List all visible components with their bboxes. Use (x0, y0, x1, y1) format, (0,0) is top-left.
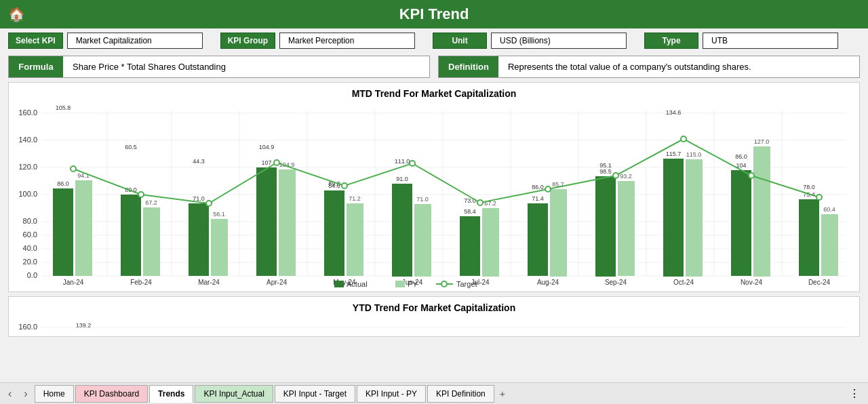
type-label: Type (644, 33, 698, 49)
svg-text:86.0: 86.0 (57, 180, 69, 187)
bar-mar-actual (189, 203, 209, 276)
tab-more-button[interactable]: ⋮ (844, 384, 865, 403)
svg-text:Oct-24: Oct-24 (673, 279, 694, 286)
unit-label: Unit (433, 33, 487, 49)
bar-jun-actual (392, 184, 412, 277)
type-section: Type UTB (644, 33, 838, 49)
svg-text:115.7: 115.7 (666, 150, 682, 157)
bar-nov-py (753, 146, 770, 277)
kpi-group-value[interactable]: Market Perception (279, 33, 415, 49)
tab-add-button[interactable]: + (496, 386, 509, 402)
svg-point-78 (138, 192, 144, 197)
bar-jan-actual (53, 188, 73, 276)
svg-text:Sep-24: Sep-24 (605, 279, 627, 286)
bar-jan-py (75, 180, 92, 276)
svg-text:95.1: 95.1 (599, 162, 612, 169)
bar-feb-actual (121, 195, 141, 276)
tab-kpi-input-target[interactable]: KPI Input - Target (275, 385, 355, 403)
ytd-chart-container: YTD Trend For Market Capitalization 160.… (8, 296, 860, 337)
svg-text:160.0: 160.0 (18, 323, 37, 331)
bar-jul-py (482, 208, 499, 277)
svg-text:Nov-24: Nov-24 (741, 279, 763, 286)
target-line (73, 139, 819, 203)
bar-may-actual (324, 190, 344, 276)
target-dots (71, 136, 822, 206)
bar-feb-py (143, 207, 160, 276)
svg-text:86.0: 86.0 (532, 184, 544, 190)
legend-py-icon (395, 281, 405, 287)
tab-kpi-input-actual[interactable]: KPI Input_Actual (195, 385, 273, 403)
svg-text:Jan-24: Jan-24 (63, 279, 84, 286)
svg-text:98.5: 98.5 (599, 168, 612, 175)
mtd-chart-svg: 160.0 140.0 120.0 100.0 80.0 40.0 20.0 0… (16, 103, 850, 289)
svg-text:104.9: 104.9 (259, 144, 275, 150)
mtd-chart-container: MTD Trend For Market Capitalization 160.… (8, 82, 860, 292)
svg-text:58.4: 58.4 (464, 208, 476, 215)
svg-text:Apr-24: Apr-24 (267, 279, 287, 286)
bar-apr-py (279, 169, 296, 276)
svg-text:127.0: 127.0 (754, 138, 770, 145)
legend-actual-label: Actual (347, 280, 368, 288)
bar-dec-py (821, 214, 838, 276)
bar-sep-py (618, 181, 635, 276)
tab-kpi-input-py[interactable]: KPI Input - PY (357, 385, 426, 403)
svg-text:71.2: 71.2 (349, 195, 361, 202)
home-icon[interactable]: 🏠 (8, 6, 25, 22)
svg-text:134.6: 134.6 (666, 109, 682, 116)
bar-nov-actual (731, 170, 751, 276)
bar-jul-actual (460, 216, 480, 276)
svg-text:91.0: 91.0 (396, 176, 408, 182)
tab-kpi-dashboard[interactable]: KPI Dashboard (75, 385, 148, 403)
svg-text:Aug-24: Aug-24 (537, 279, 559, 286)
tab-bar: ‹ › Home KPI Dashboard Trends KPI Input_… (0, 382, 868, 404)
tab-prev-button[interactable]: ‹ (3, 385, 17, 403)
svg-point-83 (477, 200, 483, 205)
svg-text:115.0: 115.0 (686, 151, 702, 158)
legend-target-label: Target (456, 280, 477, 288)
svg-text:56.1: 56.1 (213, 211, 225, 218)
unit-value[interactable]: USD (Billions) (491, 33, 627, 49)
svg-point-84 (545, 186, 551, 192)
svg-text:139.2: 139.2 (76, 322, 92, 329)
svg-point-81 (342, 183, 347, 188)
svg-text:160.0: 160.0 (18, 108, 37, 117)
formula-definition-row: Formula Share Price * Total Shares Outst… (8, 56, 860, 78)
svg-point-79 (206, 201, 212, 206)
definition-text: Represents the total value of a company'… (498, 56, 859, 77)
select-kpi-value[interactable]: Market Capitalization (67, 33, 203, 49)
svg-text:120.0: 120.0 (18, 163, 37, 171)
svg-text:73.0: 73.0 (464, 197, 476, 204)
svg-text:20.0: 20.0 (23, 258, 37, 266)
svg-text:Mar-24: Mar-24 (198, 279, 220, 286)
tab-trends[interactable]: Trends (149, 385, 193, 403)
svg-point-88 (816, 195, 822, 200)
bar-apr-actual (256, 167, 277, 276)
svg-text:Dec-24: Dec-24 (808, 279, 831, 286)
bar-oct-py (686, 159, 703, 277)
svg-text:67.2: 67.2 (145, 199, 157, 206)
svg-text:71.4: 71.4 (532, 195, 544, 202)
ytd-chart-title: YTD Trend For Market Capitalization (16, 302, 852, 313)
type-value[interactable]: UTB (703, 33, 838, 49)
definition-label: Definition (439, 56, 498, 77)
svg-point-82 (410, 161, 415, 166)
page-title: KPI Trend (399, 5, 469, 23)
bar-dec-actual (799, 199, 819, 276)
ytd-chart-svg: 160.0 139.2 (16, 317, 850, 337)
tab-next-button[interactable]: › (18, 385, 33, 403)
bar-oct-actual (663, 159, 684, 277)
tab-home[interactable]: Home (35, 385, 74, 403)
tab-kpi-definition[interactable]: KPI Definition (427, 385, 494, 403)
bar-aug-py (550, 189, 567, 277)
legend-actual-icon (334, 281, 344, 287)
formula-text: Share Price * Total Shares Outstanding (63, 56, 429, 77)
svg-text:78.0: 78.0 (803, 184, 815, 190)
select-kpi-label: Select KPI (8, 33, 63, 49)
svg-text:107: 107 (261, 159, 271, 166)
mtd-chart-title: MTD Trend For Market Capitalization (16, 88, 852, 99)
svg-text:140.0: 140.0 (18, 136, 37, 144)
bar-aug-actual (528, 203, 548, 276)
svg-point-87 (749, 173, 754, 178)
svg-text:Feb-24: Feb-24 (130, 279, 152, 286)
svg-text:71.0: 71.0 (416, 196, 429, 203)
